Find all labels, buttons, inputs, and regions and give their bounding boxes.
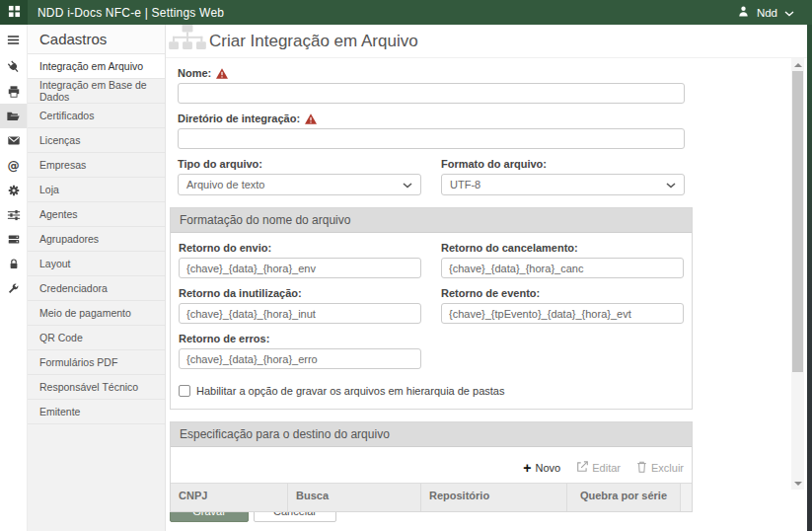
sidebar-item-emitente[interactable]: Emitente xyxy=(28,400,165,424)
app-launcher-button[interactable] xyxy=(0,0,28,25)
sidebar-item-agrupadores[interactable]: Agrupadores xyxy=(28,227,165,252)
diretorio-field: Diretório de integração: xyxy=(170,113,693,149)
sidebar-item-qr-code[interactable]: QR Code xyxy=(28,326,165,350)
formato-arquivo-field: Formato do arquivo: UTF-8 xyxy=(441,149,685,195)
scrollbar-thumb[interactable] xyxy=(792,71,803,372)
at-sign-icon: @ xyxy=(6,158,21,173)
app-window: NDD i-Docs NFC-e | Settings Web Ndd xyxy=(0,0,812,531)
sidebar-item-empresas[interactable]: Empresas xyxy=(28,153,165,178)
nome-label-row: Nome: xyxy=(178,67,685,79)
retorno-cancelamento-label: Retorno do cancelamento: xyxy=(441,242,684,254)
column-header-repositorio: Repositório xyxy=(420,484,566,511)
nome-label: Nome: xyxy=(178,67,211,79)
novo-button[interactable]: + Novo xyxy=(523,462,560,474)
rail-database-button[interactable] xyxy=(0,227,27,252)
tipo-arquivo-select[interactable]: Arquivo de texto xyxy=(178,174,421,195)
nome-field: Nome: xyxy=(170,67,693,104)
hierarquia-checkbox-row[interactable]: Habilitar a opção de gravar os arquivos … xyxy=(179,385,684,397)
retorno-cancelamento-field: Retorno do cancelamento: xyxy=(441,233,684,278)
user-name: Ndd xyxy=(757,7,777,19)
sidebar-item-layout[interactable]: Layout xyxy=(28,252,165,276)
plug-icon xyxy=(7,60,21,74)
sidebar-item-integracao-em-arquivo[interactable]: Integração em Arquivo xyxy=(28,54,165,79)
retorno-erros-label: Retorno de erros: xyxy=(179,333,421,344)
retorno-inutilizacao-field: Retorno da inutilização: xyxy=(179,278,421,324)
printer-icon xyxy=(7,85,21,99)
retorno-cancelamento-input[interactable] xyxy=(441,258,684,278)
retorno-envio-field: Retorno do envio: xyxy=(179,233,421,278)
retorno-envio-label: Retorno do envio: xyxy=(179,242,421,254)
excluir-button-label: Excluir xyxy=(651,462,684,474)
diretorio-input[interactable] xyxy=(178,128,685,149)
mail-icon xyxy=(7,134,21,147)
formatacao-section-title: Formatação do nome do arquivo xyxy=(171,208,692,233)
sidebar-item-credenciadora[interactable]: Credenciadora xyxy=(28,276,165,301)
scroll-down-arrow[interactable] xyxy=(791,477,804,490)
diretorio-label-row: Diretório de integração: xyxy=(178,113,685,124)
sidebar-item-formularios-pdf[interactable]: Formulários PDF xyxy=(28,350,165,375)
formato-arquivo-value: UTF-8 xyxy=(450,179,480,190)
retorno-envio-input[interactable] xyxy=(179,258,421,278)
excluir-button[interactable]: Excluir xyxy=(636,461,684,475)
rail-mail-button[interactable] xyxy=(0,128,27,153)
rail-printer-button[interactable] xyxy=(0,79,27,104)
rail-tools-button[interactable] xyxy=(0,276,27,301)
rail-preferences-button[interactable] xyxy=(0,202,27,227)
top-bar: NDD i-Docs NFC-e | Settings Web Ndd xyxy=(0,0,812,25)
editar-button[interactable]: Editar xyxy=(576,461,621,475)
formato-arquivo-label: Formato do arquivo: xyxy=(441,158,685,170)
destino-table: CNPJ Busca Repositório Quebra por série xyxy=(171,483,692,511)
sitemap-icon xyxy=(168,25,207,52)
user-menu[interactable]: Ndd xyxy=(737,5,794,20)
sidebar-title: Cadastros xyxy=(28,25,165,54)
rail-at-button[interactable]: @ xyxy=(0,153,27,178)
tipo-arquivo-field: Tipo do arquivo: Arquivo de texto xyxy=(178,149,421,195)
especificacao-section: Especificação para o destino do arquivo … xyxy=(170,421,693,512)
nome-input[interactable] xyxy=(178,83,685,104)
retorno-erros-input[interactable] xyxy=(179,348,421,369)
vertical-scrollbar[interactable] xyxy=(791,58,804,490)
retorno-evento-input[interactable] xyxy=(441,303,684,324)
database-icon xyxy=(7,233,21,246)
lock-icon xyxy=(8,258,20,270)
rail-settings-button[interactable] xyxy=(0,178,27,202)
sliders-icon xyxy=(7,208,21,222)
page-title: Criar Integração em Arquivo xyxy=(209,32,418,51)
rail-security-button[interactable] xyxy=(0,252,27,276)
sidebar-item-meio-de-pagamento[interactable]: Meio de pagamento xyxy=(28,301,165,326)
sidebar-item-certificados[interactable]: Certificados xyxy=(28,104,165,128)
tipo-arquivo-label: Tipo do arquivo: xyxy=(178,158,421,170)
page-header: Criar Integração em Arquivo xyxy=(166,25,807,58)
hierarquia-checkbox-label: Habilitar a opção de gravar os arquivos … xyxy=(196,385,504,397)
tipo-arquivo-value: Arquivo de texto xyxy=(186,179,265,190)
chevron-down-icon xyxy=(403,179,412,190)
column-header-quebra-por-serie: Quebra por série xyxy=(566,484,680,511)
retorno-evento-field: Retorno de evento: xyxy=(441,278,684,324)
svg-text:@: @ xyxy=(7,159,19,173)
menu-icon xyxy=(6,33,21,47)
retorno-erros-field: Retorno de erros: xyxy=(179,324,421,369)
sidebar-item-responsavel-tecnico[interactable]: Responsável Técnico xyxy=(28,375,165,400)
wrench-icon xyxy=(7,282,20,295)
especificacao-section-title: Especificação para o destino do arquivo xyxy=(171,422,692,447)
rail-integracao-button[interactable] xyxy=(0,54,27,79)
sidebar-item-agentes[interactable]: Agentes xyxy=(28,202,165,227)
hierarquia-checkbox[interactable] xyxy=(179,385,190,397)
column-header-busca: Busca xyxy=(287,484,420,511)
novo-button-label: Novo xyxy=(536,462,561,474)
main-panel: Criar Integração em Arquivo Nome: xyxy=(166,25,807,531)
rail-menu-button[interactable] xyxy=(0,25,27,54)
formato-arquivo-select[interactable]: UTF-8 xyxy=(441,174,685,195)
column-header-cnpj: CNPJ xyxy=(171,484,287,511)
retorno-inutilizacao-label: Retorno da inutilização: xyxy=(179,287,421,299)
plus-icon: + xyxy=(523,463,531,473)
sidebar: Cadastros Integração em Arquivo Integraç… xyxy=(28,25,166,531)
scroll-up-arrow[interactable] xyxy=(791,58,804,71)
sidebar-item-licencas[interactable]: Licenças xyxy=(28,128,165,153)
retorno-inutilizacao-input[interactable] xyxy=(179,303,421,324)
rail-arquivos-button[interactable] xyxy=(0,104,27,128)
sidebar-item-loja[interactable]: Loja xyxy=(28,178,165,202)
sidebar-item-integracao-em-base-de-dados[interactable]: Integração em Base de Dados xyxy=(28,79,165,104)
integration-form: Nome: Diretório de integração: xyxy=(170,67,693,512)
folder-open-icon xyxy=(6,110,21,123)
